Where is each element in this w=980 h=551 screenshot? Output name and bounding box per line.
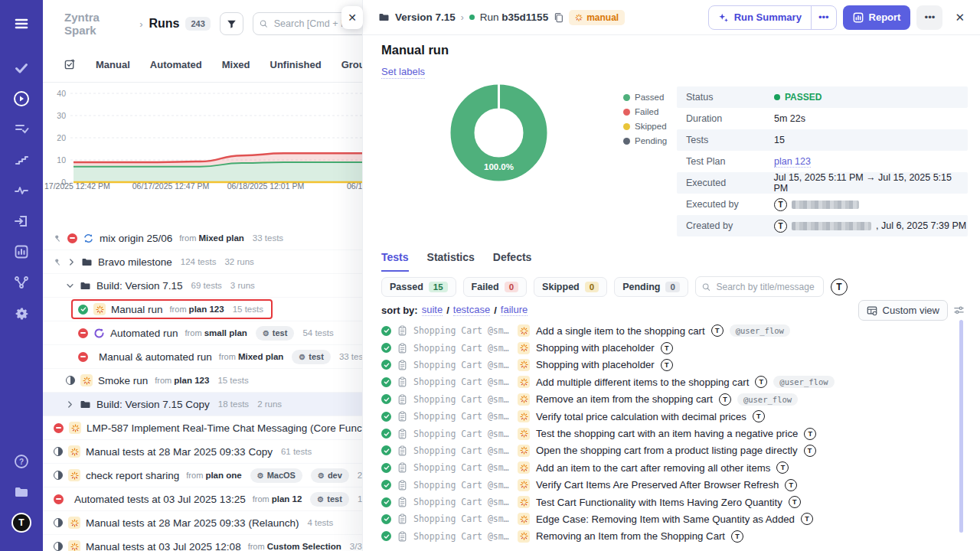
check-icon[interactable]	[8, 55, 34, 81]
tab-manual[interactable]: Manual	[96, 59, 130, 70]
test-row[interactable]: Shopping Cart @sm…Shopping with placehol…	[363, 357, 980, 373]
run-summary-button[interactable]: Run Summary	[709, 6, 811, 29]
list-check-icon[interactable]	[8, 116, 34, 142]
chip-skipped[interactable]: Skipped0	[534, 277, 607, 297]
run-tree-row[interactable]: LMP-587 Implement Real-Time Chat Messagi…	[43, 416, 368, 440]
custom-view-button[interactable]: Custom view	[858, 300, 948, 321]
sign-in-icon[interactable]	[8, 208, 34, 234]
run-tree-row[interactable]: Smoke runfrom plan 12315 tests	[43, 369, 368, 393]
run-summary-more-button[interactable]: •••	[811, 6, 836, 29]
help-icon[interactable]: ?	[8, 448, 34, 474]
test-title[interactable]: Add multiple different items to the shop…	[536, 377, 749, 388]
run-tree-row[interactable]: mix origin 25/06from Mixed plan33 tests	[43, 227, 368, 250]
run-name[interactable]: Manual tests at 28 Mar 2025 09:33 Copy	[86, 446, 273, 458]
test-row[interactable]: Shopping Cart @sm…Verify Cart Items Are …	[363, 477, 980, 494]
tab-mixed[interactable]: Mixed	[222, 59, 250, 70]
close-detail-button[interactable]: ✕	[952, 8, 968, 28]
chevron-right-icon[interactable]	[66, 400, 74, 409]
test-title[interactable]: Shopping with placeholder	[536, 342, 655, 354]
activity-icon[interactable]	[8, 178, 34, 204]
breadcrumb-project[interactable]: Zyntra Spark	[64, 11, 133, 37]
run-tree-row[interactable]: Manual runfrom plan 12315 tests	[43, 298, 368, 321]
tab-statistics[interactable]: Statistics	[427, 251, 475, 272]
test-title[interactable]: Remove an item from the shopping cart	[536, 393, 713, 405]
tests-search-input[interactable]	[715, 281, 817, 293]
more-actions-button[interactable]: •••	[916, 5, 942, 30]
runs-icon[interactable]	[8, 86, 34, 112]
run-tree-row[interactable]: Bravo milestone124 tests32 runs	[43, 250, 368, 274]
run-name[interactable]: Build: Version 7.15 Copy	[96, 399, 210, 410]
tab-unfinished[interactable]: Unfinished	[270, 59, 322, 70]
chip-pending[interactable]: Pending0	[614, 277, 688, 297]
test-row[interactable]: Shopping Cart @sm…Edge Case: Removing It…	[363, 510, 980, 527]
sort-suite-link[interactable]: suite	[422, 304, 443, 316]
test-title[interactable]: Test Cart Functionality with Items Havin…	[536, 497, 782, 508]
run-name[interactable]: mix origin 25/06	[100, 233, 172, 244]
sort-failure-link[interactable]: failure	[501, 304, 528, 316]
run-name[interactable]: Automated run	[110, 328, 178, 339]
test-plan-link[interactable]: plan 123	[774, 156, 811, 168]
test-title[interactable]: Add an item to the cart after removing a…	[536, 462, 770, 474]
menu-icon[interactable]	[8, 11, 34, 37]
test-title[interactable]: Test the shopping cart with an item havi…	[536, 428, 798, 439]
tab-automated[interactable]: Automated	[150, 59, 202, 70]
run-name[interactable]: Manual tests at 03 Jul 2025 12:08	[86, 541, 241, 551]
test-row[interactable]: Shopping Cart @sm…Add a single item to t…	[363, 322, 980, 339]
test-title[interactable]: Verify total price calculation with deci…	[536, 411, 746, 422]
view-settings-icon[interactable]	[953, 305, 965, 319]
test-row[interactable]: Shopping Cart @sm…Add multiple different…	[363, 373, 980, 390]
tests-scrollbar[interactable]	[959, 320, 963, 533]
run-name[interactable]: Smoke run	[98, 375, 148, 386]
report-button[interactable]: Report	[843, 5, 911, 30]
set-labels-link[interactable]: Set labels	[381, 66, 425, 79]
run-tree-row[interactable]: Manual tests at 03 Jul 2025 12:08from Cu…	[43, 535, 368, 551]
run-tree-row[interactable]: check report sharingfrom plan one⚙MacOS⚙…	[43, 464, 368, 487]
run-name[interactable]: Manual tests at 28 Mar 2025 09:33 (Relau…	[86, 517, 299, 529]
run-tree-row[interactable]: Build: Version 7.1569 tests3 runs	[43, 274, 368, 298]
test-row[interactable]: Shopping Cart @sm…Test Cart Functionalit…	[363, 494, 980, 510]
test-title[interactable]: Verify Cart Items Are Preserved After Br…	[536, 479, 779, 491]
test-row[interactable]: Shopping Cart @sm…Shopping with placehol…	[363, 339, 980, 356]
run-name[interactable]: check report sharing	[86, 470, 179, 481]
chevron-down-icon[interactable]	[66, 282, 74, 290]
test-title[interactable]: Open the shopping cart from a product li…	[536, 445, 798, 456]
run-name[interactable]: Manual & automated run	[99, 351, 212, 363]
test-row[interactable]: Shopping Cart @sm…Test the shopping cart…	[363, 425, 980, 442]
test-title[interactable]: Add a single item to the shopping cart	[536, 325, 705, 337]
run-tree-row[interactable]: Automated tests at 03 Jul 2025 13:25from…	[43, 487, 368, 511]
branch-icon[interactable]	[8, 269, 34, 295]
run-name[interactable]: LMP-587 Implement Real-Time Chat Messagi…	[87, 422, 368, 434]
run-name[interactable]: Automated tests at 03 Jul 2025 13:25	[74, 494, 246, 505]
run-tree-row[interactable]: Automated runfrom small plan⚙test54 test…	[43, 321, 368, 345]
tab-defects[interactable]: Defects	[493, 251, 532, 272]
test-row[interactable]: Shopping Cart @sm…Remove an item from th…	[363, 391, 980, 408]
tests-search[interactable]	[695, 276, 824, 297]
select-all-icon[interactable]	[64, 59, 76, 70]
steps-icon[interactable]	[8, 147, 34, 173]
copy-icon[interactable]	[554, 12, 564, 23]
test-title[interactable]: Shopping with placeholder	[536, 359, 655, 370]
user-avatar[interactable]: T	[8, 510, 34, 536]
filter-button[interactable]	[220, 12, 243, 35]
test-row[interactable]: Shopping Cart @sm…Add an item to the car…	[363, 459, 980, 476]
gear-icon[interactable]	[8, 300, 34, 326]
chevron-right-icon[interactable]	[67, 258, 76, 266]
run-name[interactable]: Build: Version 7.15	[96, 280, 183, 292]
chip-failed[interactable]: Failed0	[463, 277, 528, 297]
run-tree-row[interactable]: Manual & automated runfrom Mixed plan⚙te…	[43, 345, 368, 369]
close-panel-button[interactable]: ✕	[341, 6, 363, 29]
run-name[interactable]: Manual run	[111, 304, 163, 315]
chart-icon[interactable]	[8, 239, 34, 265]
test-row[interactable]: Shopping Cart @sm…Removing an Item from …	[363, 528, 980, 545]
run-tree-row[interactable]: Build: Version 7.15 Copy18 tests2 runs	[43, 393, 368, 416]
test-title[interactable]: Edge Case: Removing Item with Same Quant…	[536, 514, 795, 525]
test-row[interactable]: Shopping Cart @sm…Open the shopping cart…	[363, 442, 980, 459]
tab-tests[interactable]: Tests	[381, 251, 409, 272]
breadcrumb-folder[interactable]: Version 7.15	[395, 11, 456, 23]
sort-testcase-link[interactable]: testcase	[453, 304, 490, 316]
test-row[interactable]: Shopping Cart @sm…Verify total price cal…	[363, 408, 980, 425]
run-tree-row[interactable]: Manual tests at 28 Mar 2025 09:33 Copy61…	[43, 440, 368, 464]
run-tree-row[interactable]: Manual tests at 28 Mar 2025 09:33 (Relau…	[43, 511, 368, 535]
chip-passed[interactable]: Passed15	[381, 277, 456, 297]
run-name[interactable]: Bravo milestone	[98, 256, 172, 268]
